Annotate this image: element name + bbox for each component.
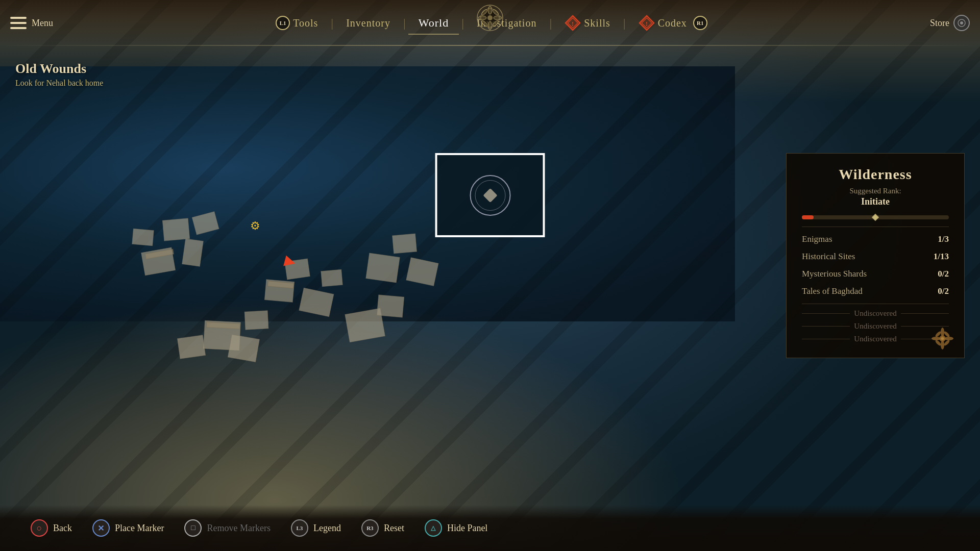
skills-diamond-icon: !	[565, 15, 581, 31]
undiscovered-line-right-2	[901, 326, 949, 327]
svg-text:!: !	[572, 20, 574, 28]
place-marker-label: Place Marker	[115, 523, 164, 534]
back-button[interactable]: ○ Back	[31, 519, 72, 537]
svg-point-41	[941, 340, 944, 349]
undiscovered-label-1: Undiscovered	[854, 309, 896, 318]
right-panel: Wilderness Suggested Rank: Initiate Enig…	[786, 153, 965, 358]
svg-point-43	[944, 337, 953, 340]
topbar: Menu L1 Tools |	[0, 0, 980, 46]
compass-marker	[483, 188, 497, 202]
nav-divider-3: |	[459, 16, 467, 30]
enigmas-value: 1/3	[938, 234, 949, 244]
gear-map-icon: ⚙	[250, 219, 262, 232]
panel-title: Wilderness	[802, 166, 949, 183]
store-button[interactable]: Store	[930, 15, 970, 31]
progress-bar-fill	[802, 215, 814, 219]
nav-divider-1: |	[328, 16, 336, 30]
l1-badge: L1	[276, 16, 290, 30]
hamburger-icon	[10, 17, 27, 29]
triangle-button-icon: △	[425, 519, 442, 537]
legend-label: Legend	[313, 523, 341, 534]
nav-divider-2: |	[401, 16, 408, 30]
panel-rank-label: Suggested Rank:	[802, 187, 949, 195]
square-button-icon: □	[184, 519, 202, 537]
svg-point-23	[488, 6, 492, 14]
codex-diamond-icon: !	[639, 15, 655, 31]
nav-item-codex[interactable]: ! Codex R1	[628, 12, 718, 34]
remove-markers-label: Remove Markers	[207, 523, 270, 534]
nav-tools-label: Tools	[293, 17, 318, 29]
undiscovered-row-2: Undiscovered	[802, 322, 949, 331]
store-label: Store	[930, 18, 949, 29]
svg-point-31	[487, 15, 493, 20]
reset-label: Reset	[384, 523, 404, 534]
stat-row-tales: Tales of Baghdad 0/2	[802, 286, 949, 296]
historical-sites-value: 1/13	[934, 252, 949, 262]
quest-info: Old Wounds Look for Nehal back home	[15, 61, 103, 88]
undiscovered-line-left-3	[802, 339, 850, 339]
back-label: Back	[53, 523, 72, 534]
svg-point-42	[932, 337, 941, 340]
mysterious-shards-value: 0/2	[938, 269, 949, 279]
r3-button-icon: R3	[361, 519, 379, 537]
l3-button-icon: L3	[291, 519, 308, 537]
undiscovered-label-3: Undiscovered	[854, 335, 896, 343]
undiscovered-row-3: Undiscovered	[802, 335, 949, 343]
svg-point-25	[478, 16, 486, 20]
undiscovered-line-left-1	[802, 313, 850, 314]
legend-button[interactable]: L3 Legend	[291, 519, 341, 537]
stat-row-shards: Mysterious Shards 0/2	[802, 269, 949, 279]
tales-value: 0/2	[938, 286, 949, 296]
progress-diamond	[872, 214, 879, 221]
nav-item-inventory[interactable]: Inventory	[336, 15, 401, 32]
stat-row-enigmas: Enigmas 1/3	[802, 234, 949, 244]
nav-inventory-label: Inventory	[346, 17, 390, 29]
undiscovered-line-right-1	[901, 313, 949, 314]
undiscovered-label-2: Undiscovered	[854, 322, 896, 331]
svg-text:!: !	[645, 20, 647, 28]
svg-point-26	[494, 16, 502, 20]
o-button-icon: ○	[31, 519, 48, 537]
stat-row-historical: Historical Sites 1/13	[802, 252, 949, 262]
svg-point-40	[941, 328, 944, 337]
undiscovered-line-left-2	[802, 326, 850, 327]
hide-panel-button[interactable]: △ Hide Panel	[425, 519, 487, 537]
remove-markers-button[interactable]: □ Remove Markers	[184, 519, 270, 537]
r1-badge: R1	[693, 16, 707, 30]
nav-skills-label: Skills	[584, 17, 610, 29]
center-ornament	[475, 3, 505, 33]
store-icon	[953, 15, 970, 31]
x-button-icon: ✕	[92, 519, 110, 537]
progress-bar-container	[802, 215, 949, 219]
tales-label: Tales of Baghdad	[802, 286, 863, 296]
nav-item-skills[interactable]: ! Skills	[554, 12, 621, 34]
quest-title: Old Wounds	[15, 61, 103, 77]
nav-codex-label: Codex	[658, 17, 687, 29]
panel-divider	[802, 227, 949, 227]
nav-world-label: World	[419, 16, 449, 30]
panel-ornament	[931, 327, 954, 350]
quest-subtitle: Look for Nehal back home	[15, 79, 103, 88]
menu-button[interactable]: Menu	[10, 17, 53, 29]
svg-point-49	[941, 337, 944, 340]
compass-circle	[470, 175, 510, 216]
compass-inner	[475, 180, 505, 211]
historical-sites-label: Historical Sites	[802, 252, 855, 262]
nav-divider-4: |	[547, 16, 554, 30]
panel-rank-value: Initiate	[802, 196, 949, 207]
svg-point-39	[960, 21, 963, 24]
reset-button[interactable]: R3 Reset	[361, 519, 404, 537]
nav-item-world[interactable]: World	[408, 14, 459, 32]
mysterious-shards-label: Mysterious Shards	[802, 269, 867, 279]
map-viewport	[435, 153, 545, 237]
svg-point-24	[488, 21, 492, 30]
hide-panel-label: Hide Panel	[447, 523, 487, 534]
menu-label: Menu	[32, 18, 53, 29]
nav-divider-5: |	[621, 16, 628, 30]
place-marker-button[interactable]: ✕ Place Marker	[92, 519, 164, 537]
bottombar: ○ Back ✕ Place Marker □ Remove Markers L…	[0, 505, 980, 551]
enigmas-label: Enigmas	[802, 234, 832, 244]
nav-item-tools[interactable]: L1 Tools	[265, 13, 328, 33]
undiscovered-section: Undiscovered Undiscovered Undiscovered	[802, 304, 949, 343]
undiscovered-row-1: Undiscovered	[802, 309, 949, 318]
